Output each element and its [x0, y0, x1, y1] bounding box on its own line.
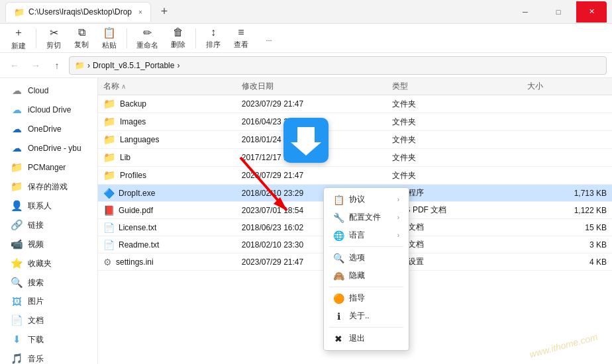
table-row[interactable]: 📁 Profiles 2023/07/29 21:47 文件夹 — [98, 167, 612, 185]
pdf-icon: 📕 — [103, 205, 115, 216]
cell-name: 📁 Languages — [98, 131, 236, 149]
maximize-button[interactable]: □ — [543, 1, 574, 23]
ctx-label: 配置文件 — [349, 212, 381, 223]
file-name-cell: 📁 Images — [103, 116, 231, 128]
context-menu: 📋 协议 › 🔧 配置文件 › 🌐 语言 › 🔍 选项 🙈 隐藏 🟠 指导 ℹ … — [323, 187, 409, 351]
paste-button[interactable]: 📋 粘贴 — [96, 24, 123, 53]
back-button[interactable]: ← — [5, 56, 24, 75]
sidebar-item-cloud[interactable]: ☁ Cloud — [3, 81, 95, 100]
active-tab[interactable]: 📁 C:\Users\Iraqis\Desktop\Drop × — [5, 2, 151, 22]
col-name[interactable]: 名称 ∧ — [98, 78, 236, 95]
sidebar-item-onedrive[interactable]: ☁ OneDrive — [3, 120, 95, 138]
sidebar-item-links[interactable]: 🔗 链接 — [3, 216, 95, 234]
view-button[interactable]: ≡ 查看 — [228, 24, 254, 52]
new-button[interactable]: ＋ 新建 — [5, 23, 32, 54]
sidebar-item-label: iCloud Drive — [28, 105, 71, 114]
tab-label: C:\Users\Iraqis\Desktop\Drop — [28, 7, 132, 17]
context-menu-item-6[interactable]: ℹ 关于.. — [324, 307, 409, 325]
ctx-icon: 🙈 — [333, 271, 344, 281]
sidebar-item-onedrive2[interactable]: ☁ OneDrive - ybu — [3, 139, 95, 158]
file-name-cell: 📄 Readme.txt — [103, 240, 231, 250]
context-menu-item-5[interactable]: 🟠 指导 — [324, 289, 409, 307]
sidebar-item-icloud[interactable]: ☁ iCloud Drive — [3, 101, 95, 119]
col-size[interactable]: 大小 — [522, 78, 612, 95]
tab-close-button[interactable]: × — [138, 9, 142, 16]
delete-icon: 🗑 — [173, 26, 183, 38]
txt-icon: 📄 — [103, 222, 115, 233]
up-button[interactable]: ↑ — [48, 56, 66, 75]
context-menu-item-4[interactable]: 🙈 隐藏 — [324, 267, 409, 285]
file-name-cell: 📁 Languages — [103, 134, 231, 146]
toolbar-divider-2 — [127, 28, 127, 48]
table-row[interactable]: 📁 Lib 2017/12/17 17:17 文件夹 — [98, 149, 612, 167]
sidebar-item-downloads[interactable]: ⬇ 下载 — [3, 330, 95, 349]
file-name: Backup — [120, 99, 146, 109]
minimize-button[interactable]: ─ — [510, 1, 540, 23]
context-menu-item-7[interactable]: ✖ 退出 — [324, 330, 409, 347]
context-menu-item-2[interactable]: 🌐 语言 › — [324, 226, 409, 244]
table-row[interactable]: 📁 Backup 2023/07/29 21:47 文件夹 — [98, 95, 612, 113]
context-menu-item-3[interactable]: 🔍 选项 — [324, 249, 409, 267]
sidebar-item-saved-games[interactable]: 📁 保存的游戏 — [3, 177, 95, 196]
rename-button[interactable]: ✏ 重命名 — [131, 24, 164, 53]
table-row[interactable]: 📁 Languages 2018/01/24 0:18 文件夹 — [98, 131, 612, 149]
cut-label: 剪切 — [46, 40, 61, 50]
more-button[interactable]: ... — [256, 32, 282, 45]
ctx-icon: 🔧 — [333, 212, 344, 223]
sidebar-item-label: PCManger — [28, 163, 66, 172]
cell-size: 15 KB — [522, 219, 612, 236]
cut-button[interactable]: ✂ 剪切 — [40, 24, 67, 53]
sidebar-item-search[interactable]: 🔍 搜索 — [3, 273, 95, 292]
sidebar-item-favorites[interactable]: ⭐ 收藏夹 — [3, 254, 95, 273]
sidebar-item-pcmanger[interactable]: 📁 PCManger — [3, 158, 95, 177]
file-name-cell: 📁 Backup — [103, 98, 231, 110]
sidebar-item-contacts[interactable]: 👤 联系人 — [3, 197, 95, 215]
folder-icon: 📁 — [11, 181, 23, 193]
sidebar-item-documents[interactable]: 📄 文档 — [3, 311, 95, 330]
col-modified[interactable]: 修改日期 — [236, 78, 387, 95]
new-tab-button[interactable]: + — [155, 3, 174, 21]
window-controls: ─ □ ✕ — [510, 1, 607, 23]
copy-icon: ⧉ — [78, 26, 85, 38]
toolbar-divider-1 — [36, 28, 36, 48]
copy-button[interactable]: ⧉ 复制 — [68, 24, 95, 52]
file-name-cell: ⚙ settings.ini — [103, 257, 231, 267]
cell-size — [522, 113, 612, 131]
context-menu-item-0[interactable]: 📋 协议 › — [324, 191, 409, 208]
dropit-arrow-svg — [289, 124, 323, 157]
delete-button[interactable]: 🗑 删除 — [165, 24, 191, 52]
sort-button[interactable]: ↕ 排序 — [200, 24, 227, 52]
breadcrumb-sep: › — [87, 61, 90, 70]
sort-name-icon: ∧ — [121, 83, 126, 90]
breadcrumb[interactable]: 📁 › DropIt_v8.5.1_Portable › — [69, 56, 607, 75]
file-name: Guide.pdf — [119, 206, 153, 215]
ctx-icon: 📋 — [333, 195, 344, 205]
table-row[interactable]: 📁 Images 2016/04/23 20:21 文件夹 — [98, 113, 612, 131]
svg-marker-0 — [291, 127, 321, 156]
favorites-icon: ⭐ — [11, 257, 23, 269]
sidebar-item-label: 保存的游戏 — [28, 181, 68, 193]
context-menu-item-1[interactable]: 🔧 配置文件 › — [324, 208, 409, 226]
ctx-icon: 🔍 — [333, 253, 344, 263]
onedrive2-icon: ☁ — [11, 142, 23, 154]
folder-icon: 📁 — [103, 152, 116, 163]
cell-name: 📕 Guide.pdf — [98, 202, 236, 219]
cell-name: ⚙ settings.ini — [98, 253, 236, 271]
cloud-icon: ☁ — [11, 85, 23, 97]
address-bar: ← → ↑ 📁 › DropIt_v8.5.1_Portable › — [0, 53, 612, 78]
new-icon: ＋ — [13, 26, 24, 40]
forward-button[interactable]: → — [26, 56, 45, 75]
ctx-label: 指导 — [349, 293, 365, 304]
search-icon: 🔍 — [11, 277, 23, 289]
submenu-arrow-icon: › — [397, 232, 399, 239]
ctx-label: 关于.. — [349, 310, 370, 322]
submenu-arrow-icon: › — [397, 214, 399, 221]
sidebar-item-music[interactable]: 🎵 音乐 — [3, 349, 95, 364]
folder-icon: 📁 — [103, 98, 116, 110]
file-name-cell: 📕 Guide.pdf — [103, 205, 231, 216]
sidebar-item-videos[interactable]: 📹 视频 — [3, 235, 95, 253]
sidebar-item-label: Cloud — [28, 86, 48, 95]
sidebar-item-pictures[interactable]: 🖼 图片 — [3, 293, 95, 310]
close-button[interactable]: ✕ — [576, 1, 607, 23]
col-type[interactable]: 类型 — [387, 78, 522, 95]
